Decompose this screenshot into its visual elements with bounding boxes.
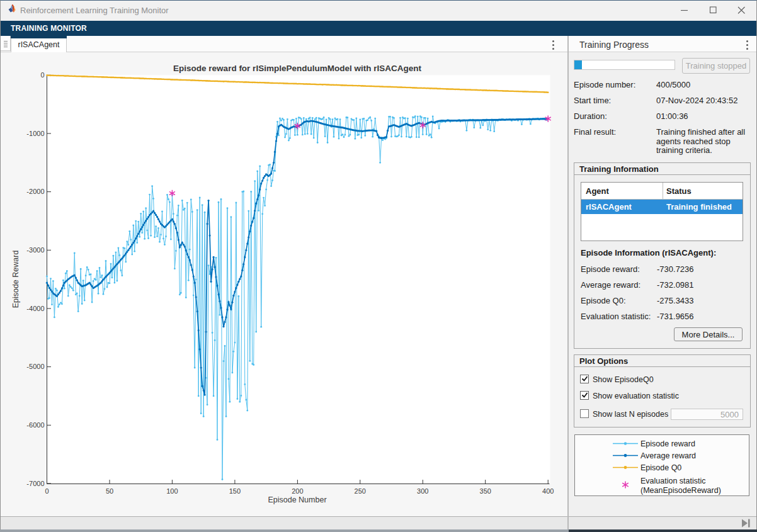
svg-text:Episode reward: Episode reward: [640, 439, 695, 448]
svg-text:-1000: -1000: [26, 130, 44, 137]
svg-text:Episode Number: Episode Number: [268, 495, 326, 504]
svg-text:-2000: -2000: [26, 188, 44, 195]
svg-text:Episode Reward: Episode Reward: [11, 251, 20, 308]
svg-text:0: 0: [40, 71, 44, 79]
svg-text:Average reward: Average reward: [640, 451, 696, 460]
svg-text:50: 50: [106, 487, 113, 495]
svg-text:-3000: -3000: [26, 246, 44, 254]
svg-text:300: 300: [417, 487, 428, 495]
svg-text:-7000: -7000: [26, 480, 44, 487]
svg-text:150: 150: [229, 487, 241, 495]
svg-text:(MeanEpisodeReward): (MeanEpisodeReward): [640, 486, 721, 495]
svg-text:400: 400: [542, 487, 554, 495]
svg-text:200: 200: [292, 487, 303, 495]
svg-text:350: 350: [480, 487, 491, 495]
svg-text:Evaluation statistic: Evaluation statistic: [640, 477, 706, 485]
svg-text:-4000: -4000: [26, 305, 44, 312]
svg-text:100: 100: [166, 487, 178, 495]
svg-text:-6000: -6000: [26, 421, 44, 429]
svg-text:Episode Q0: Episode Q0: [640, 463, 681, 472]
svg-text:Episode reward for rISimplePen: Episode reward for rISimplePendulumModel…: [173, 64, 421, 73]
svg-text:-5000: -5000: [26, 363, 44, 370]
svg-text:0: 0: [45, 487, 48, 495]
svg-text:250: 250: [355, 487, 366, 495]
